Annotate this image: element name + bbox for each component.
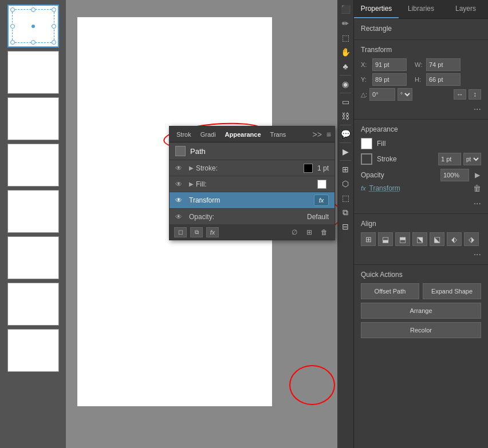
align-center-h-btn[interactable]: ⬒ [395, 232, 410, 246]
transform-row[interactable]: 👁 Transform fx [170, 192, 334, 209]
fill-visibility-icon[interactable]: 👁 [175, 180, 186, 188]
stroke-expand-arrow[interactable]: ▶ [189, 165, 194, 171]
tool-export[interactable]: ⬡ [339, 177, 352, 191]
tool-circle[interactable]: ◉ [339, 77, 352, 91]
tool-clover[interactable]: ♣ [339, 60, 352, 73]
recolor-button[interactable]: Recolor [361, 322, 481, 338]
center-anchor [32, 25, 35, 28]
align-top-btn[interactable]: ⬕ [430, 232, 444, 246]
tool-divider-2 [340, 93, 351, 93]
angle-input[interactable] [369, 88, 395, 101]
align-right-btn[interactable]: ⬔ [412, 232, 427, 246]
thumbnail-3[interactable] [7, 97, 59, 140]
selection-box [12, 9, 54, 43]
thumbnail-strip [0, 0, 66, 448]
fx-button-transform[interactable]: fx [314, 195, 329, 206]
thumbnail-8[interactable] [7, 329, 59, 372]
tool-hand[interactable]: ✋ [339, 45, 352, 59]
panel-menu-icon[interactable]: ≡ [326, 130, 331, 139]
opacity-more-btn[interactable]: ▶ [474, 171, 481, 179]
tab-appearance[interactable]: Appearance [222, 130, 265, 139]
handle-tc [31, 7, 36, 12]
duplicate-btn[interactable]: ⧉ [190, 227, 203, 237]
stroke-swatch[interactable] [304, 164, 313, 173]
arrange-icon[interactable]: ⊞ [304, 227, 315, 237]
stroke-width-input[interactable] [438, 153, 461, 165]
flip-h-btn[interactable]: ↔ [454, 89, 466, 100]
opacity-visibility-icon[interactable]: 👁 [175, 213, 186, 221]
new-layer-btn[interactable]: ☐ [174, 227, 187, 237]
tool-divider-4 [340, 142, 351, 143]
align-more-menu[interactable]: ... [361, 246, 481, 259]
angle-dropdown[interactable]: ° [398, 88, 412, 101]
tab-more-button[interactable]: >> [312, 130, 321, 139]
tab-properties[interactable]: Properties [354, 0, 399, 18]
thumbnail-1[interactable] [7, 5, 59, 47]
fill-expand-arrow[interactable]: ▶ [189, 181, 194, 187]
opacity-input[interactable] [440, 169, 469, 181]
expand-shape-button[interactable]: Expand Shape [423, 283, 481, 299]
thumbnail-2[interactable] [7, 51, 59, 94]
tool-play[interactable]: ▶ [339, 145, 352, 158]
thumbnail-6[interactable] [7, 236, 59, 279]
thumbnail-7[interactable] [7, 283, 59, 326]
handle-ml [10, 24, 15, 29]
tab-gradient[interactable]: Gradi [197, 130, 219, 139]
fill-color-swatch[interactable] [361, 138, 372, 149]
w-label: W: [415, 61, 424, 68]
tool-group[interactable]: ⬚ [339, 191, 352, 205]
flip-v-btn[interactable]: ↕ [469, 89, 481, 100]
tool-grid[interactable]: ⊞ [339, 162, 352, 176]
transform-visibility-icon[interactable]: 👁 [175, 196, 186, 204]
y-label: Y: [361, 76, 370, 83]
fx-trash-icon[interactable]: 🗑 [473, 184, 481, 193]
tab-stroke[interactable]: Strok [173, 130, 195, 139]
thumbnail-4[interactable] [7, 144, 59, 187]
h-input[interactable] [426, 73, 461, 86]
quick-actions-title: Quick Actions [361, 271, 481, 279]
tab-transform[interactable]: Trans [267, 130, 290, 139]
arrange-button[interactable]: Arrange [361, 303, 481, 319]
appearance-more-menu[interactable]: ... [361, 195, 481, 208]
tool-pen[interactable]: ✏ [339, 17, 352, 30]
x-input[interactable] [372, 58, 407, 71]
opacity-label: Opacity: [189, 213, 305, 221]
fill-swatch[interactable] [317, 180, 326, 189]
shape-section: Rectangle [354, 19, 488, 40]
align-center-v-btn[interactable]: ⬖ [447, 232, 462, 246]
tool-chat[interactable]: 💬 [339, 127, 352, 141]
trash-icon[interactable]: 🗑 [318, 227, 330, 237]
right-tab-bar: Properties Libraries Layers [354, 0, 488, 19]
stroke-visibility-icon[interactable]: 👁 [175, 164, 186, 172]
fx-transform-label[interactable]: Transform [369, 184, 400, 192]
no-icon[interactable]: ∅ [289, 227, 300, 237]
offset-path-button[interactable]: Offset Path [361, 283, 419, 299]
w-input[interactable] [426, 58, 461, 71]
tool-rect[interactable]: ▭ [339, 95, 352, 109]
stroke-prop-label: Stroke [377, 155, 434, 163]
tool-link[interactable]: ⛓ [339, 109, 352, 123]
tab-libraries[interactable]: Libraries [399, 0, 443, 18]
tool-divider-1 [340, 75, 351, 76]
handle-br [52, 40, 56, 45]
tool-divider-3 [340, 125, 351, 125]
fx-bottom-btn[interactable]: fx [206, 227, 219, 237]
tool-stack[interactable]: ⊟ [339, 220, 352, 233]
stroke-appearance-row: Stroke pt [361, 153, 481, 165]
stroke-unit-dropdown[interactable]: pt [463, 153, 481, 165]
tool-transform[interactable]: ⬚ [339, 31, 352, 45]
align-bottom-btn[interactable]: ⬗ [464, 232, 479, 246]
transform-more-menu[interactable]: ... [361, 101, 481, 113]
stroke-color-swatch[interactable] [361, 153, 372, 165]
align-buttons-row: ⊞ ⬓ ⬒ ⬔ ⬕ ⬖ ⬗ [361, 232, 481, 246]
tool-layers[interactable]: ⧉ [339, 205, 352, 219]
tool-shape[interactable]: ⬛ [339, 2, 352, 16]
quick-actions-section: Quick Actions Offset Path Expand Shape A… [354, 265, 488, 347]
y-input[interactable] [372, 73, 407, 86]
thumbnail-5[interactable] [7, 190, 59, 233]
quick-row-3: Recolor [361, 322, 481, 338]
right-properties-panel: Properties Libraries Layers Rectangle Tr… [353, 0, 488, 448]
align-left-btn[interactable]: ⬓ [378, 232, 393, 246]
tab-layers[interactable]: Layers [443, 0, 488, 18]
align-distribute-btn[interactable]: ⊞ [361, 232, 376, 246]
